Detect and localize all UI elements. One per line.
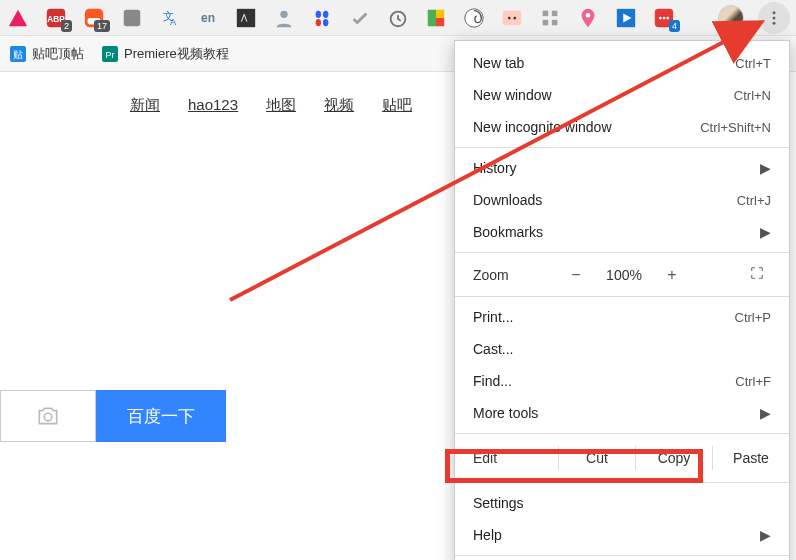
menu-label: More tools bbox=[473, 405, 538, 421]
ext-icon-location[interactable] bbox=[576, 6, 600, 30]
menu-cast[interactable]: Cast... bbox=[455, 333, 789, 365]
svg-rect-22 bbox=[543, 10, 549, 16]
menu-label: New tab bbox=[473, 55, 524, 71]
abp-badge: 2 bbox=[61, 20, 72, 32]
svg-point-32 bbox=[666, 16, 669, 19]
menu-label: Settings bbox=[473, 495, 524, 511]
menu-more-tools[interactable]: More tools ▶ bbox=[455, 397, 789, 429]
menu-bookmarks[interactable]: Bookmarks ▶ bbox=[455, 216, 789, 248]
menu-label: History bbox=[473, 160, 517, 176]
menu-edit-row: Edit Cut Copy Paste bbox=[455, 438, 789, 478]
ext-icon-check[interactable] bbox=[348, 6, 372, 30]
edit-cut[interactable]: Cut bbox=[558, 446, 635, 470]
svg-rect-23 bbox=[552, 10, 558, 16]
fullscreen-icon[interactable] bbox=[743, 265, 771, 284]
menu-shortcut: Ctrl+J bbox=[737, 193, 771, 208]
ext-icon-red[interactable]: 17 bbox=[82, 6, 106, 30]
menu-label: Find... bbox=[473, 373, 512, 389]
svg-text:贴: 贴 bbox=[13, 49, 23, 60]
ext-icon-play[interactable] bbox=[614, 6, 638, 30]
svg-point-18 bbox=[465, 8, 483, 26]
search-button[interactable]: 百度一下 bbox=[96, 390, 226, 442]
svg-point-35 bbox=[773, 21, 776, 24]
bookmark-label: 贴吧顶帖 bbox=[32, 45, 84, 63]
svg-point-26 bbox=[586, 12, 591, 17]
menu-shortcut: Ctrl+Shift+N bbox=[700, 120, 771, 135]
menu-new-incognito[interactable]: New incognito window Ctrl+Shift+N bbox=[455, 111, 789, 143]
bookmark-premiere[interactable]: Pr Premiere视频教程 bbox=[102, 45, 229, 63]
edit-paste[interactable]: Paste bbox=[712, 446, 789, 470]
menu-separator bbox=[455, 252, 789, 253]
ext-icon-brush[interactable] bbox=[234, 6, 258, 30]
svg-point-9 bbox=[280, 10, 287, 17]
nav-news[interactable]: 新闻 bbox=[130, 96, 160, 115]
ext-icon-face[interactable] bbox=[500, 6, 524, 30]
chrome-menu-button[interactable] bbox=[758, 2, 790, 34]
menu-label: Help bbox=[473, 527, 502, 543]
menu-label: Bookmarks bbox=[473, 224, 543, 240]
camera-icon bbox=[35, 403, 61, 429]
ext-icon-baidu[interactable] bbox=[310, 6, 334, 30]
menu-help[interactable]: Help ▶ bbox=[455, 519, 789, 551]
ext-icon-translate[interactable]: 文A bbox=[158, 6, 182, 30]
menu-zoom-row: Zoom − 100% + bbox=[455, 257, 789, 292]
ext-icon-timer[interactable] bbox=[386, 6, 410, 30]
dots-badge: 4 bbox=[669, 20, 680, 32]
menu-find[interactable]: Find... Ctrl+F bbox=[455, 365, 789, 397]
nav-map[interactable]: 地图 bbox=[266, 96, 296, 115]
svg-text:Pr: Pr bbox=[106, 50, 115, 60]
menu-shortcut: Ctrl+P bbox=[735, 310, 771, 325]
search-area: 百度一下 bbox=[0, 390, 226, 442]
svg-point-21 bbox=[513, 16, 516, 19]
zoom-percent: 100% bbox=[594, 267, 654, 283]
ext-icon-person[interactable] bbox=[272, 6, 296, 30]
menu-settings[interactable]: Settings bbox=[455, 487, 789, 519]
bookmark-tieba[interactable]: 贴 贴吧顶帖 bbox=[10, 45, 84, 63]
svg-point-11 bbox=[323, 10, 329, 17]
svg-rect-15 bbox=[428, 9, 436, 26]
ext-icon-grey[interactable] bbox=[120, 6, 144, 30]
menu-separator bbox=[455, 296, 789, 297]
svg-point-20 bbox=[508, 16, 511, 19]
ext-icon-swirl[interactable] bbox=[462, 6, 486, 30]
ext-icon-abp[interactable]: ABP 2 bbox=[44, 6, 68, 30]
svg-point-30 bbox=[659, 16, 662, 19]
search-camera-box[interactable] bbox=[0, 390, 96, 442]
bookmark-tieba-icon: 贴 bbox=[10, 46, 26, 62]
zoom-label: Zoom bbox=[473, 267, 558, 283]
menu-new-tab[interactable]: New tab Ctrl+T bbox=[455, 47, 789, 79]
nav-hao123[interactable]: hao123 bbox=[188, 96, 238, 115]
menu-new-window[interactable]: New window Ctrl+N bbox=[455, 79, 789, 111]
menu-print[interactable]: Print... Ctrl+P bbox=[455, 301, 789, 333]
chevron-right-icon: ▶ bbox=[760, 405, 771, 421]
menu-label: Downloads bbox=[473, 192, 542, 208]
menu-label: New incognito window bbox=[473, 119, 612, 135]
svg-rect-5 bbox=[124, 9, 141, 26]
nav-tieba[interactable]: 贴吧 bbox=[382, 96, 412, 115]
menu-shortcut: Ctrl+F bbox=[735, 374, 771, 389]
nav-video[interactable]: 视频 bbox=[324, 96, 354, 115]
ext-icon-dots-red[interactable]: 4 bbox=[652, 6, 676, 30]
ext-icon-en[interactable]: en bbox=[196, 6, 220, 30]
chevron-right-icon: ▶ bbox=[760, 527, 771, 543]
menu-label: Cast... bbox=[473, 341, 513, 357]
svg-rect-19 bbox=[503, 10, 521, 25]
svg-marker-0 bbox=[9, 9, 27, 26]
menu-separator bbox=[455, 433, 789, 434]
menu-label: Print... bbox=[473, 309, 513, 325]
ext-icon-grid[interactable] bbox=[538, 6, 562, 30]
extension-toolbar: ABP 2 17 文A en 4 bbox=[0, 0, 796, 36]
svg-point-12 bbox=[316, 18, 322, 25]
edit-label: Edit bbox=[473, 450, 558, 466]
menu-downloads[interactable]: Downloads Ctrl+J bbox=[455, 184, 789, 216]
ext-icon-colorful[interactable] bbox=[424, 6, 448, 30]
profile-avatar[interactable] bbox=[718, 5, 744, 31]
chevron-right-icon: ▶ bbox=[760, 224, 771, 240]
edit-copy[interactable]: Copy bbox=[635, 446, 712, 470]
zoom-out-button[interactable]: − bbox=[558, 266, 594, 284]
svg-rect-16 bbox=[436, 9, 444, 17]
svg-point-13 bbox=[323, 18, 329, 25]
zoom-in-button[interactable]: + bbox=[654, 266, 690, 284]
ext-icon-triangle[interactable] bbox=[6, 6, 30, 30]
menu-history[interactable]: History ▶ bbox=[455, 152, 789, 184]
